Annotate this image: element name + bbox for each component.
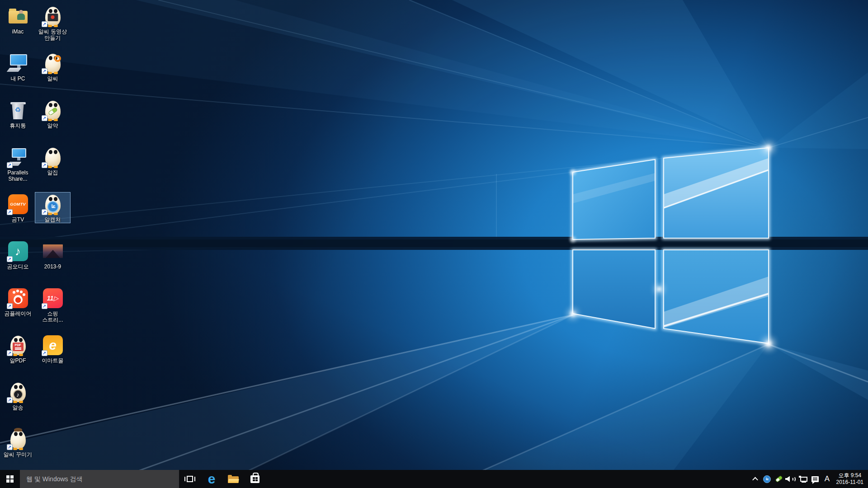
desktop-icon-parallels-share[interactable]: ↗ Parallels Share... <box>0 145 35 182</box>
shortcut-arrow-icon: ↗ <box>7 162 13 168</box>
crop-icon <box>763 475 771 483</box>
shortcut-arrow-icon: ↗ <box>7 209 13 215</box>
icon-label: 알PDF <box>0 357 35 364</box>
icon-label: 이마트몰 <box>35 357 70 364</box>
desktop-icon-gomplayer[interactable]: ↗ 곰플레이어 <box>0 286 35 317</box>
shortcut-arrow-icon: ↗ <box>7 256 13 262</box>
pill-icon <box>775 475 783 483</box>
store-button[interactable] <box>244 470 266 488</box>
desktop-icon-alzip[interactable]: ↗ 알집 <box>35 145 70 176</box>
pill-icon <box>47 107 57 115</box>
desktop-icon-recycle-bin[interactable]: ♻ 휴지통 <box>0 99 35 129</box>
clock-time: 오후 9:54 <box>836 472 864 479</box>
icon-label: 알캡처 <box>35 216 70 223</box>
egg-mascot-icon <box>45 148 61 167</box>
speaker-icon <box>785 476 796 482</box>
desktop-icon-imac[interactable]: iMac <box>0 5 35 35</box>
task-view-button[interactable] <box>179 470 201 488</box>
taskbar: e <box>0 470 868 488</box>
taskbar-search[interactable] <box>20 470 179 488</box>
magnifier-ring-icon <box>54 55 61 62</box>
icon-label: 곰오디오 <box>0 263 35 270</box>
desktop-icon-alssi-video-maker[interactable]: ↗ 알씨 동영상 만들기 <box>35 5 70 41</box>
music-note-icon: ♪ <box>13 389 23 399</box>
recycle-glyph: ♻ <box>10 106 26 114</box>
desktop-icon-11st-shopping[interactable]: 11▷ ↗ 쇼핑 스트리... <box>35 286 70 323</box>
egg-mascot-icon: ♪ <box>10 383 26 402</box>
shared-folder-icon <box>9 9 28 23</box>
desktop-icon-emart-mall[interactable]: e ↗ 이마트몰 <box>35 333 70 364</box>
icon-label: 곰TV <box>0 216 35 223</box>
desktop-icon-alsong[interactable]: ♪ ↗ 알송 <box>0 380 35 411</box>
icon-label: 곰플레이어 <box>0 310 35 317</box>
egg-mascot-icon <box>45 101 61 120</box>
shortcut-arrow-icon: ↗ <box>42 21 47 27</box>
icon-label: iMac <box>0 28 35 35</box>
tray-alcapture[interactable] <box>761 470 773 488</box>
edge-icon: e <box>208 472 216 486</box>
icon-label: 내 PC <box>0 75 35 82</box>
windows-logo-icon <box>6 475 14 483</box>
photo-thumbnail <box>43 244 63 258</box>
windows-hero-logo <box>0 0 868 488</box>
desktop-icon-photo-2013-9[interactable]: 2013-9 <box>35 239 70 270</box>
start-button[interactable] <box>0 470 20 488</box>
search-input[interactable] <box>25 475 174 483</box>
shortcut-arrow-icon: ↗ <box>42 350 47 356</box>
icon-label: 2013-9 <box>35 263 70 270</box>
task-view-icon <box>184 476 195 482</box>
egg-mascot-icon <box>45 195 61 214</box>
chevron-up-icon <box>752 477 758 483</box>
desktop-icon-gomaudio[interactable]: ♪ ↗ 곰오디오 <box>0 239 35 270</box>
shortcut-arrow-icon: ↗ <box>42 162 47 168</box>
wallpaper <box>0 0 868 488</box>
tray-alyak[interactable] <box>773 470 785 488</box>
action-center-button[interactable] <box>809 470 821 488</box>
film-icon <box>47 14 58 21</box>
ethernet-icon <box>798 475 807 483</box>
desktop-icon-alpdf[interactable]: PDF ↗ 알PDF <box>0 333 35 364</box>
desktop-icon-alssi[interactable]: ↗ 알씨 <box>35 52 70 82</box>
desktop-icon-alyak[interactable]: ↗ 알약 <box>35 99 70 129</box>
computer-icon <box>8 54 28 72</box>
clock-date: 2016-11-01 <box>836 479 864 486</box>
icon-label: 알집 <box>35 169 70 176</box>
pdf-label: PDF <box>15 343 21 347</box>
system-tray: A 오후 9:54 2016-11-01 <box>750 470 868 488</box>
store-bag-icon <box>250 475 259 483</box>
icon-label: 알씨 <box>35 75 70 82</box>
notification-icon <box>811 476 819 482</box>
desktop-icon-gomtv[interactable]: GOMTV ↗ 곰TV <box>0 192 35 223</box>
egg-mascot-icon: PDF <box>10 336 26 355</box>
shortcut-arrow-icon: ↗ <box>7 444 13 450</box>
egg-mascot-icon <box>45 7 61 26</box>
desktop-icon-alcapture[interactable]: ↗ 알캡처 <box>35 192 70 223</box>
icon-label: 알약 <box>35 122 70 129</box>
shortcut-arrow-icon: ↗ <box>42 68 47 74</box>
shortcut-arrow-icon: ↗ <box>42 303 47 309</box>
windows-desktop: iMac 내 PC ♻ 휴지통 ↗ Parallels Share... GOM… <box>0 0 868 488</box>
taskbar-clock[interactable]: 오후 9:54 2016-11-01 <box>834 472 868 486</box>
icon-label: 알씨 동영상 만들기 <box>35 28 70 41</box>
icon-label: 휴지통 <box>0 122 35 129</box>
ime-indicator[interactable]: A <box>821 474 834 483</box>
icon-label: 쇼핑 스트리... <box>35 310 70 323</box>
file-explorer-button[interactable] <box>222 470 244 488</box>
hat-icon <box>14 428 22 432</box>
egg-mascot-icon <box>10 430 26 449</box>
shortcut-arrow-icon: ↗ <box>42 209 47 215</box>
folder-icon <box>228 475 239 483</box>
shortcut-arrow-icon: ↗ <box>42 115 47 121</box>
shortcut-arrow-icon: ↗ <box>7 397 13 403</box>
shortcut-arrow-icon: ↗ <box>7 350 13 356</box>
recycle-bin-icon: ♻ <box>10 101 26 119</box>
network-button[interactable] <box>797 470 809 488</box>
icon-label: Parallels Share... <box>0 169 35 182</box>
icon-label: 알씨 꾸미기 <box>0 451 35 458</box>
egg-mascot-icon <box>45 54 61 73</box>
hidden-icons-button[interactable] <box>750 470 761 488</box>
desktop-icon-my-pc[interactable]: 내 PC <box>0 52 35 82</box>
volume-button[interactable] <box>785 470 797 488</box>
edge-button[interactable]: e <box>201 470 222 488</box>
desktop-icon-alssi-decorate[interactable]: ↗ 알씨 꾸미기 <box>0 427 35 458</box>
